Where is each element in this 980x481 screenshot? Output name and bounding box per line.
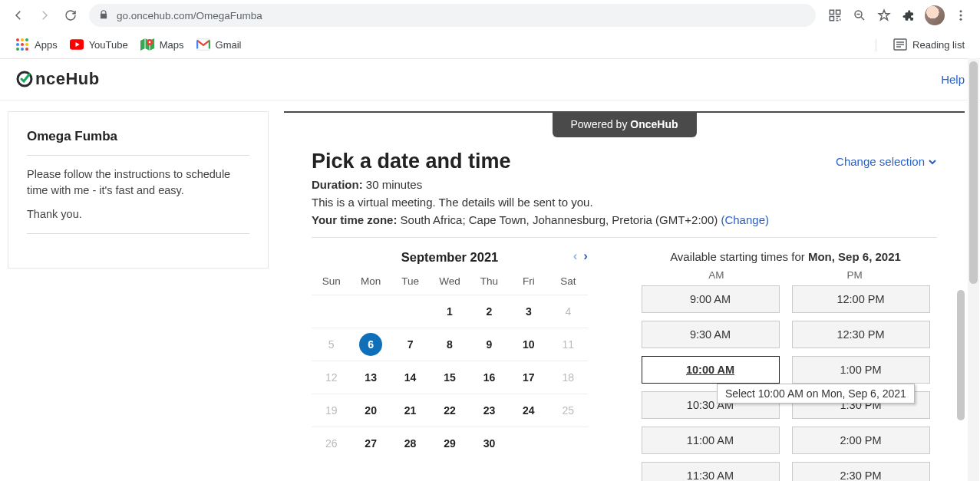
calendar-day[interactable]: 14 xyxy=(391,361,430,394)
calendar-day[interactable]: 8 xyxy=(430,328,469,361)
host-instructions: Please follow the instructions to schedu… xyxy=(27,166,249,199)
host-name: Omega Fumba xyxy=(27,129,249,144)
calendar-day[interactable]: 15 xyxy=(430,361,469,394)
svg-rect-1 xyxy=(836,10,840,14)
apps-icon xyxy=(15,38,29,51)
time-slot[interactable]: 12:30 PM xyxy=(792,321,930,348)
times-title: Available starting times for Mon, Sep 6,… xyxy=(634,245,937,269)
reading-list-button[interactable]: Reading list xyxy=(887,34,971,55)
dow-label: Fri xyxy=(509,272,548,295)
svg-point-11 xyxy=(25,38,28,41)
address-bar[interactable]: go.oncehub.com/OmegaFumba xyxy=(89,4,816,27)
help-link[interactable]: Help xyxy=(941,73,965,86)
lock-icon xyxy=(98,9,109,22)
calendar-day[interactable]: 9 xyxy=(470,328,509,361)
maps-label: Maps xyxy=(160,39,184,51)
calendar-day[interactable]: 30 xyxy=(470,427,509,460)
powered-by-badge[interactable]: Powered by OnceHub xyxy=(552,113,696,137)
svg-point-12 xyxy=(16,43,19,46)
calendar-day: 18 xyxy=(549,361,588,394)
arrow-right-icon xyxy=(38,8,51,22)
reload-icon xyxy=(64,8,78,22)
calendar-day[interactable]: 2 xyxy=(470,295,509,328)
calendar-day[interactable]: 13 xyxy=(351,361,390,394)
calendar-day[interactable]: 20 xyxy=(351,394,390,427)
bookmarks-bar: Apps YouTube Maps Gmail │ Reading list xyxy=(0,31,980,59)
zoom-icon[interactable] xyxy=(851,7,868,24)
time-slot[interactable]: 10:00 AM xyxy=(642,356,780,384)
qr-icon[interactable] xyxy=(827,7,843,24)
calendar-day[interactable]: 1 xyxy=(430,295,469,328)
time-slot[interactable]: 9:00 AM xyxy=(642,285,780,313)
calendar-day: 11 xyxy=(549,328,588,361)
svg-point-6 xyxy=(960,10,962,12)
svg-point-20 xyxy=(148,41,150,44)
calendar-day[interactable]: 16 xyxy=(470,361,509,394)
calendar-day[interactable]: 7 xyxy=(391,328,430,361)
time-slot[interactable]: 11:00 AM xyxy=(642,427,780,454)
star-icon[interactable] xyxy=(876,7,893,24)
change-timezone-link[interactable]: (Change) xyxy=(721,213,769,226)
apps-button[interactable]: Apps xyxy=(9,34,64,55)
calendar-day[interactable]: 22 xyxy=(430,394,469,427)
page-content: nceHub Help Omega Fumba Please follow th… xyxy=(0,58,980,481)
gmail-bookmark[interactable]: Gmail xyxy=(190,34,248,55)
maps-bookmark[interactable]: Maps xyxy=(134,34,190,55)
calendar-day[interactable]: 28 xyxy=(391,427,430,460)
svg-line-4 xyxy=(861,17,864,20)
svg-point-8 xyxy=(960,18,962,21)
calendar-day[interactable]: 23 xyxy=(470,394,509,427)
menu-icon[interactable] xyxy=(952,7,969,24)
url-text: go.oncehub.com/OmegaFumba xyxy=(117,10,262,21)
time-slot[interactable]: 1:00 PM xyxy=(792,356,930,384)
oncehub-logo[interactable]: nceHub xyxy=(15,69,100,89)
calendar-day[interactable]: 3 xyxy=(509,295,548,328)
time-slot[interactable]: 2:00 PM xyxy=(792,427,930,454)
prev-month-button[interactable]: ‹ xyxy=(573,249,578,264)
profile-avatar[interactable] xyxy=(925,5,945,25)
reload-button[interactable] xyxy=(58,3,83,28)
calendar-day[interactable]: 24 xyxy=(509,394,548,427)
time-slot[interactable]: 11:30 AM xyxy=(642,462,780,481)
timezone-line: Your time zone: South Africa; Cape Town,… xyxy=(312,213,937,226)
calendar-day[interactable]: 27 xyxy=(351,427,390,460)
time-slot[interactable]: 2:30 PM xyxy=(792,462,930,481)
dow-label: Mon xyxy=(351,272,390,295)
svg-rect-0 xyxy=(830,10,833,14)
calendar-day: 26 xyxy=(312,427,351,460)
calendar-day: 19 xyxy=(312,394,351,427)
youtube-bookmark[interactable]: YouTube xyxy=(64,34,134,55)
calendar-day[interactable]: 6 xyxy=(351,328,390,361)
calendar-month-label: September 2021 xyxy=(401,250,499,265)
back-button[interactable] xyxy=(6,3,31,28)
extensions-icon[interactable] xyxy=(900,7,917,24)
dow-label: Wed xyxy=(430,272,469,295)
pm-header: PM xyxy=(847,269,863,281)
dow-label: Tue xyxy=(391,272,430,295)
chevron-down-icon xyxy=(928,157,937,166)
slots-scrollbar[interactable] xyxy=(957,287,965,471)
am-header: AM xyxy=(708,269,724,281)
svg-rect-2 xyxy=(830,17,833,21)
next-month-button[interactable]: › xyxy=(583,249,588,264)
gmail-icon xyxy=(196,38,210,51)
page-scrollbar[interactable] xyxy=(968,58,979,481)
calendar-day[interactable]: 10 xyxy=(509,328,548,361)
svg-point-14 xyxy=(25,43,28,46)
time-slot[interactable]: 9:30 AM xyxy=(642,321,780,348)
forward-button[interactable] xyxy=(32,3,57,28)
logo-icon xyxy=(15,70,34,88)
calendar-day[interactable]: 21 xyxy=(391,394,430,427)
gmail-label: Gmail xyxy=(216,39,242,51)
calendar-day[interactable]: 29 xyxy=(430,427,469,460)
calendar-day[interactable]: 17 xyxy=(509,361,548,394)
time-slot[interactable]: 12:00 PM xyxy=(792,285,930,313)
time-slots-panel: Available starting times for Mon, Sep 6,… xyxy=(634,245,937,481)
calendar-day: 12 xyxy=(312,361,351,394)
change-selection-link[interactable]: Change selection xyxy=(836,155,937,168)
svg-point-7 xyxy=(960,15,962,17)
slot-tooltip: Select 10:00 AM on Mon, Sep 6, 2021 xyxy=(717,384,915,404)
page-title: Pick a date and time xyxy=(312,150,511,173)
dow-label: Sat xyxy=(549,272,588,295)
svg-point-15 xyxy=(16,48,19,51)
